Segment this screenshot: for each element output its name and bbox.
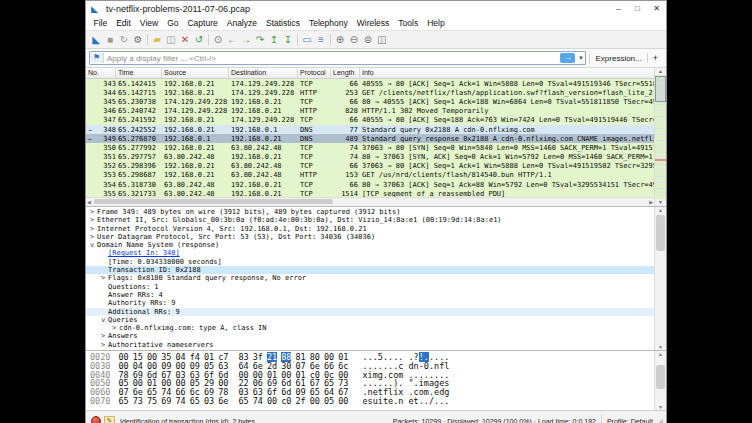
menu-file[interactable]: File xyxy=(89,16,112,30)
packet-row-347[interactable]: 34765.241592192.168.0.21174.129.249.228T… xyxy=(86,116,654,125)
scroll-up-icon[interactable]: ▲ xyxy=(655,351,666,357)
last-packet-icon[interactable]: ↧ xyxy=(281,32,295,47)
menu-capture[interactable]: Capture xyxy=(183,16,222,30)
menu-analyze[interactable]: Analyze xyxy=(222,16,261,30)
zoom-in-icon[interactable]: ⊕ xyxy=(333,32,347,47)
filter-bookmark-icon[interactable]: ⚑ xyxy=(90,53,104,63)
stop-capture-icon[interactable]: ■ xyxy=(103,32,117,47)
packet-list-vscrollbar[interactable]: ▲ ▼ xyxy=(654,68,666,206)
reload-file-icon[interactable]: ↺ xyxy=(192,32,206,47)
detail-line-questions-1[interactable]: Questions: 1 xyxy=(86,283,654,291)
menu-tools[interactable]: Tools xyxy=(394,16,423,30)
close-file-icon[interactable]: ✕ xyxy=(178,32,192,47)
restart-capture-icon[interactable]: ↻ xyxy=(117,32,131,47)
capture-comment-icon[interactable]: ✎ xyxy=(104,416,115,423)
detail-line-cdn-0-nflximg-com-type[interactable]: >cdn-0.nflximg.com: type A, class IN xyxy=(86,324,654,332)
first-packet-icon[interactable]: ↥ xyxy=(267,32,281,47)
detail-line-frame-349-489-bytes-on[interactable]: >Frame 349: 489 bytes on wire (3912 bits… xyxy=(86,208,654,216)
packet-row-343[interactable]: 34365.142415192.168.0.21174.129.249.228T… xyxy=(86,79,654,88)
close-button[interactable]: ✕ xyxy=(647,1,666,16)
scroll-left-icon[interactable]: ◀ xyxy=(87,198,91,206)
expander-icon[interactable]: > xyxy=(101,341,108,349)
scroll-down-icon[interactable]: ▼ xyxy=(655,199,666,206)
colorize-icon[interactable]: ≡ xyxy=(314,32,328,47)
detail-line-time-0-034338000-secon[interactable]: [Time: 0.034338000 seconds] xyxy=(86,258,654,266)
packet-row-344[interactable]: 34465.142715192.168.0.21174.129.249.228H… xyxy=(86,88,654,97)
packet-list-hscrollbar[interactable]: ◀ ▶ xyxy=(86,197,654,206)
menu-go[interactable]: Go xyxy=(163,16,183,30)
hex-scroll-thumb[interactable] xyxy=(656,365,665,389)
menu-help[interactable]: Help xyxy=(423,16,449,30)
maximize-button[interactable]: □ xyxy=(628,1,647,16)
zoom-out-icon[interactable]: ⊖ xyxy=(347,32,361,47)
go-to-packet-icon[interactable]: ↷ xyxy=(253,32,267,47)
packet-row-351[interactable]: 35165.29775763.80.242.48192.168.0.21TCP7… xyxy=(86,153,654,162)
filter-dropdown-icon[interactable]: ▼ xyxy=(576,55,585,61)
details-scroll-thumb[interactable] xyxy=(656,215,665,251)
start-capture-icon[interactable]: ◣ xyxy=(89,32,103,47)
detail-line-authoritative-nameserver[interactable]: >Authoritative nameservers xyxy=(86,341,654,349)
packet-row-350[interactable]: 35065.277992192.168.0.2163.80.242.48TCP7… xyxy=(86,143,654,152)
detail-line-ethernet-ii-src-global[interactable]: >Ethernet II, Src: Globalsc_00:3b:0a (f0… xyxy=(86,216,654,224)
detail-line-user-datagram-protocol[interactable]: >User Datagram Protocol, Src Port: 53 (5… xyxy=(86,233,654,241)
expander-icon[interactable]: > xyxy=(112,324,119,332)
scroll-up-icon[interactable]: ▲ xyxy=(655,68,666,75)
scroll-down-icon[interactable]: ▼ xyxy=(655,404,666,410)
normal-size-icon[interactable]: ⊜ xyxy=(361,32,375,47)
expander-icon[interactable]: > xyxy=(90,216,97,224)
detail-line-authority-rrs-9[interactable]: Authority RRs: 9 xyxy=(86,299,654,307)
expression-button[interactable]: Expression... xyxy=(589,54,646,63)
menu-edit[interactable]: Edit xyxy=(112,16,136,30)
detail-line-additional-rrs-9[interactable]: Additional RRs: 9 xyxy=(86,308,654,316)
scroll-up-icon[interactable]: ▲ xyxy=(655,207,666,213)
vscroll-thumb[interactable] xyxy=(655,76,666,102)
expander-icon[interactable]: > xyxy=(101,274,108,282)
expander-icon[interactable]: > xyxy=(90,225,97,233)
column-header-time[interactable]: Time xyxy=(116,68,162,78)
add-filter-button[interactable]: + xyxy=(647,53,663,63)
find-packet-icon[interactable]: ⊙ xyxy=(211,32,225,47)
previous-packet-icon[interactable]: ← xyxy=(225,32,239,47)
details-vscrollbar[interactable]: ▲ ▼ xyxy=(654,207,666,350)
scroll-down-icon[interactable]: ▼ xyxy=(655,344,666,350)
open-file-icon[interactable]: ▰ xyxy=(150,32,164,47)
column-header-destination[interactable]: Destination xyxy=(229,68,298,78)
menu-view[interactable]: View xyxy=(135,16,162,30)
scroll-right-icon[interactable]: ▶ xyxy=(649,198,653,206)
packet-row-354[interactable]: 35465.31873063.80.242.48192.168.0.21TCP6… xyxy=(86,180,654,189)
capture-options-icon[interactable]: ⚙ xyxy=(131,32,145,47)
packet-row-346[interactable]: 34665.240742174.129.249.228192.168.0.21H… xyxy=(86,107,654,116)
expander-icon[interactable]: > xyxy=(101,332,108,340)
scrollbar-minimap[interactable] xyxy=(655,75,666,199)
menu-wireless[interactable]: Wireless xyxy=(352,16,394,30)
hex-vscrollbar[interactable]: ▲ ▼ xyxy=(654,351,666,410)
expert-info-icon[interactable] xyxy=(91,416,101,423)
column-header-protocol[interactable]: Protocol xyxy=(298,68,331,78)
resize-columns-icon[interactable]: ◫ xyxy=(375,32,389,47)
packet-row-352[interactable]: 35265.298396192.168.0.2163.80.242.48TCP6… xyxy=(86,162,654,171)
resize-grip-icon[interactable]: ◢ xyxy=(657,417,663,423)
packet-row-348[interactable]: →34865.242552192.168.0.21192.168.0.1DNS7… xyxy=(86,125,654,134)
next-packet-icon[interactable]: → xyxy=(239,32,253,47)
display-filter-input[interactable] xyxy=(104,53,560,63)
apply-filter-button[interactable]: → xyxy=(560,53,575,63)
detail-line-transaction-id-0x2188[interactable]: Transaction ID: 0x2188 xyxy=(86,266,654,274)
detail-line-internet-protocol-versio[interactable]: >Internet Protocol Version 4, Src: 192.1… xyxy=(86,225,654,233)
expander-icon[interactable]: > xyxy=(90,233,97,241)
minimize-button[interactable]: – xyxy=(609,1,628,16)
column-header-length[interactable]: Length xyxy=(331,68,360,78)
column-header-source[interactable]: Source xyxy=(162,68,229,78)
menu-statistics[interactable]: Statistics xyxy=(261,16,304,30)
profile-text[interactable]: Profile: Default xyxy=(607,418,653,423)
detail-line-domain-name-system-resp[interactable]: vDomain Name System (response) xyxy=(86,241,654,249)
detail-line-answer-rrs-4[interactable]: Answer RRs: 4 xyxy=(86,291,654,299)
expander-icon[interactable]: v xyxy=(101,316,108,324)
packet-row-349[interactable]: ←34965.276870192.168.0.1192.168.0.21DNS4… xyxy=(86,134,654,143)
hscroll-thumb[interactable] xyxy=(94,199,333,204)
column-header-info[interactable]: Info xyxy=(360,68,654,78)
packet-row-345[interactable]: 34565.230738174.129.249.228192.168.0.21T… xyxy=(86,97,654,106)
hex-row-0070[interactable]: 0070657375697465036e657400c02f000500esui… xyxy=(90,397,654,406)
expander-icon[interactable]: > xyxy=(90,208,97,216)
detail-line-flags-0x8180-standard-q[interactable]: >Flags: 0x8180 Standard query response, … xyxy=(86,274,654,282)
detail-line-request-in-348[interactable]: [Request In: 348] xyxy=(86,249,654,257)
